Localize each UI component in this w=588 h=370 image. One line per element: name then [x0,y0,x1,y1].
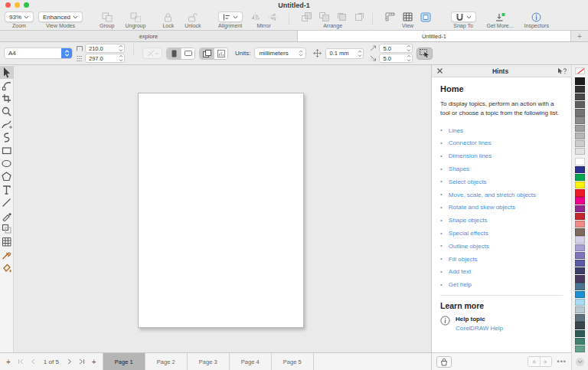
dock-panel-button[interactable] [436,356,452,368]
stepper-icon[interactable] [407,54,411,62]
stepper-icon[interactable] [407,44,411,52]
hints-topic-get-help[interactable]: •Get help [440,278,563,291]
color-swatch-ed1c24[interactable] [575,189,585,196]
hints-topic-dimension-lines[interactable]: •Dimension lines [440,149,563,162]
hints-topic-connector-lines[interactable]: •Connector lines [440,137,563,150]
color-swatch-2c5b55[interactable] [575,330,585,337]
fill-tool[interactable] [0,261,14,274]
stepper-icon[interactable] [358,50,362,57]
hints-topic-move-scale-and-stretch-objects[interactable]: •Move, scale, and stretch objects [440,188,563,201]
topic-link[interactable]: Add text [449,268,471,275]
color-swatch-f08a8a[interactable] [575,221,585,228]
color-swatch-2e3192[interactable] [575,166,585,173]
hints-topic-rotate-and-skew-objects[interactable]: •Rotate and skew objects [440,201,563,214]
color-swatch-a0a0a0[interactable] [575,125,585,132]
page-tab-page-1[interactable]: Page 1 [103,353,145,370]
back-one-icon[interactable] [354,12,364,21]
color-swatch-fff200[interactable] [575,182,585,188]
text-tool[interactable] [0,183,14,196]
document-page[interactable] [138,93,304,328]
hints-topic-fill-objects[interactable]: •Fill objects [440,253,563,266]
color-swatch-bac8cf[interactable] [575,306,585,313]
no-color-swatch[interactable] [575,67,585,74]
page-tab-page-5[interactable]: Page 5 [272,353,314,370]
pick-tool[interactable] [0,66,14,79]
topic-link[interactable]: Fill objects [449,256,478,263]
topic-link[interactable]: Outline objects [449,243,489,250]
mirror-vertical-icon[interactable] [268,12,278,21]
color-swatch-8a8a8a[interactable] [575,116,585,123]
color-swatch-1b8fd1[interactable] [575,291,585,298]
color-swatch-d6d0ea[interactable] [575,236,585,243]
grid-icon[interactable] [403,12,413,21]
add-page-before-button[interactable]: + [6,358,11,366]
stepper-icon[interactable] [119,54,123,62]
color-swatch-c1272d[interactable] [575,213,585,220]
topic-link[interactable]: Move, scale, and stretch objects [449,192,536,198]
ungroup-button[interactable]: Ungroup [126,11,146,28]
rulers-icon[interactable] [385,12,395,21]
whats-this-icon[interactable] [557,67,567,75]
color-swatch-3b454c[interactable] [575,322,585,329]
forward-one-icon[interactable] [337,12,347,21]
ellipse-tool[interactable] [0,157,14,170]
eyedropper-tool[interactable] [0,248,14,261]
topic-link[interactable]: Shapes [449,165,469,172]
page-tab-page-2[interactable]: Page 2 [145,353,188,370]
stepper-icon[interactable] [119,44,123,52]
to-front-icon[interactable] [302,12,312,21]
units-select[interactable]: millimeters [254,47,306,59]
snap-to-button[interactable] [451,11,476,22]
mesh-fill-tool[interactable] [0,235,14,248]
last-page-icon[interactable] [79,359,85,365]
hints-topic-shape-objects[interactable]: •Shape objects [440,214,563,227]
color-swatch-40806f[interactable] [575,338,585,345]
portrait-button[interactable] [167,48,181,59]
topic-link[interactable]: Connector lines [449,139,492,146]
more-options-icon[interactable]: ••• [557,358,567,365]
color-swatch-92278f[interactable] [575,205,585,212]
color-swatch-ffffff[interactable] [575,158,585,165]
color-swatch-5e5e5e[interactable] [575,101,585,108]
color-swatch-4a7390[interactable] [575,283,585,290]
next-page-icon[interactable] [67,359,72,365]
topic-link[interactable]: Special effects [449,230,488,237]
color-swatch-00a651[interactable] [575,174,585,181]
pen-tool[interactable] [0,209,14,222]
topic-link[interactable]: Lines [449,127,463,134]
hints-topic-select-objects[interactable]: •Select objects [440,175,563,188]
all-pages-button[interactable] [200,48,214,59]
hints-topic-special-effects[interactable]: •Special effects [440,227,563,240]
duplicate-y-field[interactable]: 5.0 [379,54,413,63]
landscape-button[interactable] [181,48,194,59]
color-swatch-4b3a60[interactable] [575,275,585,282]
inspectors-button[interactable]: Inspectors [524,11,549,28]
previous-page-icon[interactable] [31,359,35,365]
page-tab-page-4[interactable]: Page 4 [230,353,272,370]
palette-scroll-down-button[interactable] [576,358,584,366]
get-more-button[interactable]: Get More... [487,11,514,28]
color-swatch-cccccc[interactable] [575,140,585,147]
page-tab-page-3[interactable]: Page 3 [188,353,230,370]
color-swatch-b6b6b6[interactable] [575,133,585,139]
color-swatch-484848[interactable] [575,93,585,100]
drawing-canvas[interactable] [14,65,431,352]
shape-tool[interactable] [0,79,14,92]
topic-link[interactable]: Shape objects [449,217,488,224]
rectangle-tool[interactable] [0,144,14,157]
alignment-button[interactable] [218,11,243,22]
color-swatch-323232[interactable] [575,86,585,93]
zoom-tool[interactable] [0,105,14,118]
curve-tool[interactable] [0,131,14,144]
group-button[interactable]: Group [100,11,114,28]
mirror-horizontal-icon[interactable] [250,12,260,21]
color-swatch-7f74bc[interactable] [575,252,585,259]
document-tab-explore[interactable]: explore [0,31,298,41]
color-swatch-63a18b[interactable] [575,345,585,352]
color-swatch-ec008c[interactable] [575,197,585,204]
page-border-icon[interactable] [420,12,431,22]
duplicate-x-field[interactable]: 5.0 [379,44,413,53]
color-swatch-5f727d[interactable] [575,314,585,321]
color-swatch-1c1c1c[interactable] [575,77,585,84]
crop-tool[interactable] [0,92,14,105]
